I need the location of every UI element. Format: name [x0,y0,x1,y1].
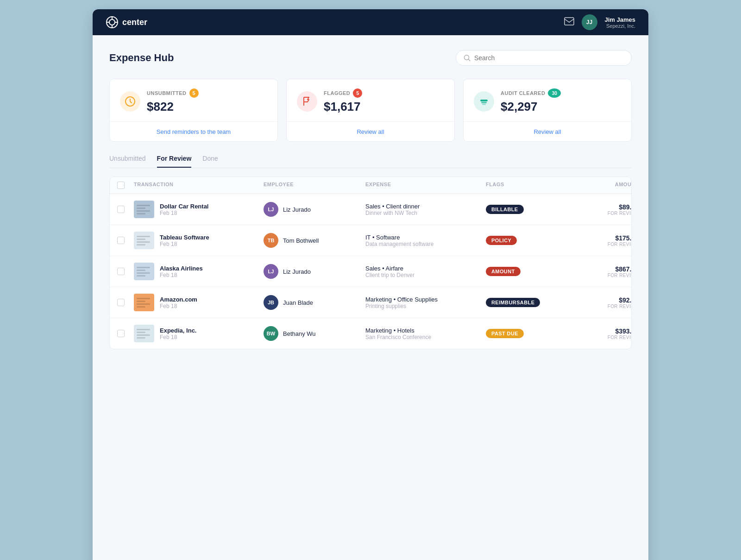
row-checkbox-input-3[interactable] [117,299,125,306]
search-icon [464,54,471,62]
expense-desc-4: San Francisco Conference [365,334,486,340]
user-company: Sepezzi, Inc. [605,23,636,29]
amount-status-4: FOR REVIEW [578,335,632,340]
transaction-cell-4: Expedia, Inc. Feb 18 [134,325,264,342]
select-all-checkbox[interactable] [117,182,125,189]
th-expense: EXPENSE [365,182,486,189]
receipt-thumb-0 [134,201,154,218]
user-avatar[interactable]: JJ [582,14,597,30]
flagged-label: FLAGGED [324,90,350,96]
transaction-cell-3: Amazon.com Feb 18 [134,294,264,311]
expense-category-1: IT • Software [365,234,486,241]
th-flags: FLAGS [486,182,578,189]
flag-badge-0: BILLABLE [486,205,524,214]
trans-date-4: Feb 18 [160,334,196,340]
expense-desc-3: Printing supplies [365,303,486,309]
expense-desc-2: Client trip to Denver [365,272,486,278]
row-checkbox-input-2[interactable] [117,268,125,275]
amount-status-0: FOR REVIEW [578,211,632,216]
audit-cleared-badge: 30 [548,88,561,98]
transaction-cell-2: Alaska Airlines Feb 18 [134,263,264,280]
card-label-row-audit: AUDIT CLEARED 30 [501,88,561,98]
flagged-action-link[interactable]: Review all [357,128,384,135]
expense-category-4: Marketing • Hotels [365,327,486,334]
flag-badge-1: POLICY [486,236,517,245]
unsubmitted-badge: 5 [189,88,199,98]
employee-cell-0: LJ Liz Jurado [264,202,365,217]
card-unsubmitted: UNSUBMITTED 5 $822 Send reminders to the… [109,79,278,142]
trans-name-2: Alaska Airlines [160,265,203,272]
expense-cell-1: IT • Software Data management software [365,234,486,247]
mail-icon[interactable] [564,17,574,28]
employee-avatar-3: JB [264,295,278,310]
svg-rect-10 [480,100,488,101]
trans-name-4: Expedia, Inc. [160,327,196,334]
flags-cell-3: REIMBURSABLE [486,298,578,307]
search-bar[interactable] [456,50,632,66]
unsubmitted-icon [120,91,140,112]
flags-cell-4: PAST DUE [486,329,578,338]
row-checkbox-input-4[interactable] [117,330,125,337]
amount-value-2: $867.05 [578,265,632,273]
audit-cleared-icon [474,91,494,112]
svg-rect-12 [482,104,486,105]
tab-done[interactable]: Done [202,155,218,168]
unsubmitted-action-link[interactable]: Send reminders to the team [157,128,231,135]
card-top-audit-cleared: AUDIT CLEARED 30 $2,297 [464,79,631,121]
user-name: Jim James [605,16,636,23]
row-checkbox-input-1[interactable] [117,237,125,244]
svg-rect-6 [565,18,574,25]
svg-rect-11 [481,102,487,103]
audit-cleared-label: AUDIT CLEARED [501,90,545,96]
flagged-icon [297,91,317,112]
table-body: Dollar Car Rental Feb 18 LJ Liz Jurado S… [110,194,631,349]
employee-name-3: Juan Blade [283,299,313,306]
card-action-audit-cleared[interactable]: Review all [464,121,631,141]
table-row: Dollar Car Rental Feb 18 LJ Liz Jurado S… [110,194,631,225]
trans-info-0: Dollar Car Rental Feb 18 [160,203,208,216]
flag-badge-2: AMOUNT [486,267,521,276]
row-checkbox-input-0[interactable] [117,206,125,213]
table-header: TRANSACTION EMPLOYEE EXPENSE FLAGS AMOUN… [110,177,631,194]
logo: center [106,16,147,29]
page-title: Expense Hub [109,52,174,64]
employee-avatar-1: TB [264,233,278,248]
amount-value-1: $175.00 [578,234,632,242]
amount-status-3: FOR REVIEW [578,304,632,309]
tab-unsubmitted[interactable]: Unsubmitted [109,155,146,168]
trans-date-3: Feb 18 [160,303,197,309]
row-checkbox-3 [117,299,134,306]
card-label-row-unsubmitted: UNSUBMITTED 5 [147,88,199,98]
expense-cell-2: Sales • Airfare Client trip to Denver [365,265,486,278]
transaction-cell-1: Tableau Software Feb 18 [134,232,264,249]
trans-info-3: Amazon.com Feb 18 [160,296,197,309]
th-amount: AMOUNT [578,182,632,189]
amount-status-2: FOR REVIEW [578,273,632,278]
card-action-unsubmitted[interactable]: Send reminders to the team [110,121,277,141]
search-input[interactable] [474,54,624,62]
app-window: center JJ Jim James Sepezzi, Inc. Expens… [93,9,648,560]
audit-cleared-amount: $2,297 [501,100,561,114]
receipt-thumb-3 [134,294,154,311]
employee-cell-4: BW Bethany Wu [264,326,365,341]
flagged-badge: 5 [353,88,362,98]
employee-cell-1: TB Tom Bothwell [264,233,365,248]
expense-cell-3: Marketing • Office Supplies Printing sup… [365,296,486,309]
unsubmitted-amount: $822 [147,100,199,114]
expense-desc-0: Dinner with NW Tech [365,210,486,216]
expense-desc-1: Data management software [365,241,486,247]
expense-category-2: Sales • Airfare [365,265,486,272]
card-label-row-flagged: FLAGGED 5 [324,88,362,98]
row-checkbox-0 [117,206,134,213]
employee-cell-2: LJ Liz Jurado [264,264,365,279]
tab-for-review[interactable]: For Review [157,155,192,168]
card-action-flagged[interactable]: Review all [287,121,454,141]
expense-category-3: Marketing • Office Supplies [365,296,486,303]
card-content-unsubmitted: UNSUBMITTED 5 $822 [147,88,199,114]
main-content: Expense Hub [93,35,648,560]
trans-name-3: Amazon.com [160,296,197,303]
transaction-cell-0: Dollar Car Rental Feb 18 [134,201,264,218]
trans-name-1: Tableau Software [160,234,209,241]
audit-cleared-action-link[interactable]: Review all [534,128,561,135]
card-content-flagged: FLAGGED 5 $1,617 [324,88,362,114]
